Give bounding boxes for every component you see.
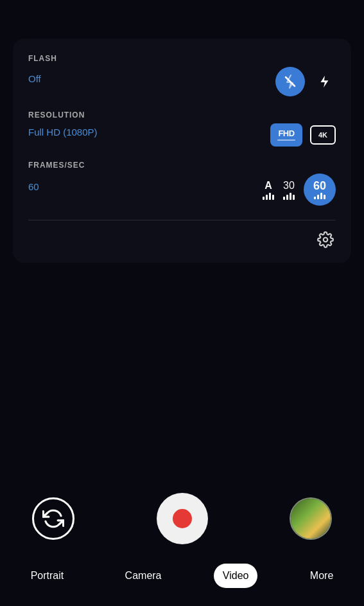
fps-60-label: 60 xyxy=(313,180,326,192)
fps-30-bars xyxy=(283,193,295,200)
no-flash-icon xyxy=(282,74,298,89)
resolution-label: RESOLUTION xyxy=(28,111,336,120)
flip-camera-button[interactable] xyxy=(32,497,74,540)
flash-on-button[interactable] xyxy=(313,70,336,93)
record-button[interactable] xyxy=(157,493,208,544)
settings-panel: FLASH Off RESOLUTIO xyxy=(13,39,351,263)
flash-off-button[interactable] xyxy=(275,67,305,96)
svg-point-1 xyxy=(324,238,328,242)
frames-setting-row: FRAMES/SEC 60 A 30 xyxy=(28,161,336,206)
fps-auto-label: A xyxy=(264,180,272,192)
fps-60-button[interactable]: 60 xyxy=(304,174,336,206)
settings-footer xyxy=(28,220,336,250)
resolution-setting-row: RESOLUTION Full HD (1080P) FHD 4K xyxy=(28,111,336,147)
resolution-options: FHD 4K xyxy=(270,123,336,147)
fps-auto-button[interactable]: A xyxy=(263,180,274,200)
frames-label: FRAMES/SEC xyxy=(28,161,336,170)
flash-icon xyxy=(317,75,331,89)
flash-setting-row: FLASH Off xyxy=(28,54,336,96)
mode-bar: Portrait Camera Video More xyxy=(0,557,364,606)
gallery-thumbnail xyxy=(291,499,331,539)
fps-30-button[interactable]: 30 xyxy=(283,180,295,200)
gear-button[interactable] xyxy=(315,229,336,250)
mode-camera[interactable]: Camera xyxy=(116,564,171,588)
fps-30-label: 30 xyxy=(283,180,295,192)
bottom-controls: Portrait Camera Video More xyxy=(0,480,364,606)
mode-portrait[interactable]: Portrait xyxy=(22,564,73,588)
fps-auto-bars xyxy=(263,193,274,200)
frames-value: 60 xyxy=(28,181,39,192)
flip-camera-icon xyxy=(42,508,64,530)
camera-buttons xyxy=(0,480,364,557)
fps-60-bars xyxy=(314,193,325,199)
flash-options xyxy=(275,67,336,96)
resolution-value: Full HD (1080P) xyxy=(28,127,98,138)
flash-label: FLASH xyxy=(28,54,336,63)
fhd-label: FHD xyxy=(278,129,294,138)
4k-label: 4K xyxy=(318,131,327,139)
gallery-button[interactable] xyxy=(290,497,332,540)
fhd-bar xyxy=(277,139,295,141)
mode-more[interactable]: More xyxy=(301,564,342,588)
4k-button[interactable]: 4K xyxy=(310,125,336,145)
gear-icon xyxy=(317,231,334,248)
flash-value: Off xyxy=(28,73,41,84)
mode-video[interactable]: Video xyxy=(214,564,258,588)
fhd-button[interactable]: FHD xyxy=(270,123,302,147)
record-dot xyxy=(173,509,192,528)
fps-options: A 30 xyxy=(263,174,336,206)
